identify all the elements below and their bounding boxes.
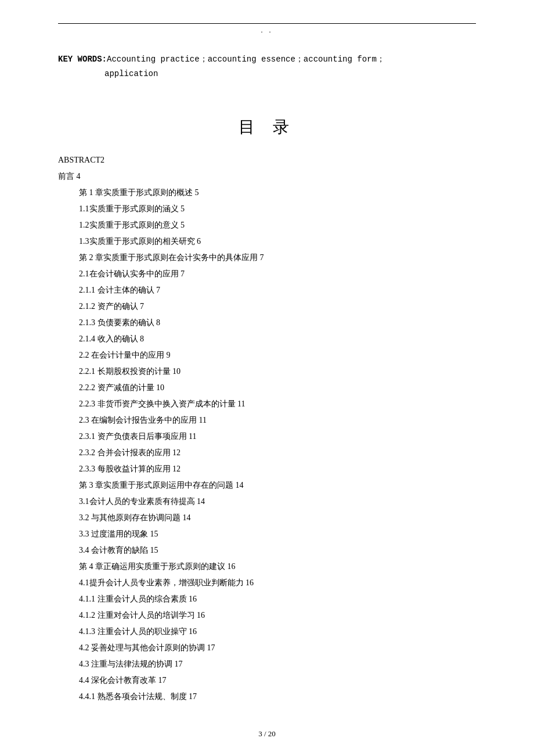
toc-item: 前言 4 [58,168,476,185]
toc-item: 1.1实质重于形式原则的涵义 5 [58,201,476,217]
toc-item: 1.2实质重于形式原则的意义 5 [58,217,476,233]
toc-item: 2.2.2 资产减值的计量 10 [58,380,476,396]
toc-item: 4.4 深化会计教育改革 17 [58,672,476,689]
toc-item: 4.1.3 注重会计人员的职业操守 16 [58,624,476,640]
toc-item: 4.2 妥善处理与其他会计原则的协调 17 [58,640,476,656]
toc-title: 目 录 [58,116,476,138]
top-line [58,23,476,24]
keywords-application: application [104,69,158,78]
toc-item: 2.1.4 收入的确认 8 [58,331,476,347]
toc-item: 2.1在会计确认实务中的应用 7 [58,266,476,282]
keywords-section: KEY WORDS:Accounting practice；accounting… [58,52,476,81]
keywords-label: KEY WORDS: [58,55,107,64]
toc-item: 4.4.1 熟悉各项会计法规、制度 17 [58,689,476,705]
toc-item: 第 3 章实质重于形式原则运用中存在的问题 14 [58,477,476,494]
toc-item: 2.2 在会计计量中的应用 9 [58,347,476,363]
toc-item: 2.1.2 资产的确认 7 [58,298,476,315]
toc-item: 2.3 在编制会计报告业务中的应用 11 [58,412,476,429]
toc-item: 3.1会计人员的专业素质有待提高 14 [58,494,476,510]
toc-item: 2.2.1 长期股权投资的计量 10 [58,363,476,380]
toc-item: 2.2.3 非货币资产交换中换入资产成本的计量 11 [58,396,476,412]
toc-item: ABSTRACT2 [58,152,476,168]
toc-item: 3.4 会计教育的缺陷 15 [58,542,476,559]
toc-item: 第 1 章实质重于形式原则的概述 5 [58,185,476,201]
toc-item: 第 2 章实质重于形式原则在会计实务中的具体应用 7 [58,250,476,266]
top-dots: . . [58,26,476,35]
toc-item: 4.1提升会计人员专业素养，增强职业判断能力 16 [58,575,476,591]
toc-list: ABSTRACT2前言 4第 1 章实质重于形式原则的概述 51.1实质重于形式… [58,152,476,705]
page-container: . . KEY WORDS:Accounting practice；accoun… [0,0,534,756]
toc-item: 2.3.1 资产负债表日后事项应用 11 [58,429,476,445]
toc-item: 1.3实质重于形式原则的相关研究 6 [58,233,476,250]
toc-item: 3.3 过度滥用的现象 15 [58,526,476,542]
toc-item: 3.2 与其他原则存在协调问题 14 [58,510,476,526]
toc-item: 4.3 注重与法律法规的协调 17 [58,656,476,672]
toc-item: 2.1.3 负债要素的确认 8 [58,315,476,331]
toc-item: 第 4 章正确运用实质重于形式原则的建议 16 [58,559,476,575]
keywords-line1: KEY WORDS:Accounting practice；accounting… [58,52,476,67]
toc-item: 2.3.3 每股收益计算的应用 12 [58,461,476,477]
toc-item: 4.1.2 注重对会计人员的培训学习 16 [58,607,476,624]
page-footer: 3 / 20 [0,729,534,739]
toc-item: 2.3.2 合并会计报表的应用 12 [58,445,476,461]
keywords-line2: application [58,67,476,81]
toc-item: 4.1.1 注重会计人员的综合素质 16 [58,591,476,607]
toc-item: 2.1.1 会计主体的确认 7 [58,282,476,298]
keywords-content: Accounting practice；accounting essence；a… [107,55,385,64]
